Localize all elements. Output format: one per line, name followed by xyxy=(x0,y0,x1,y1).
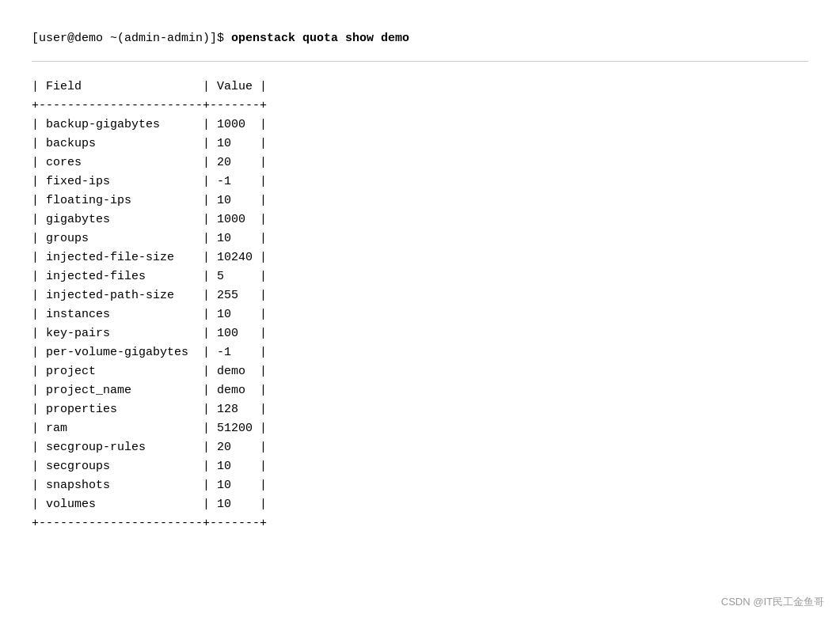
terminal-prompt: [user@demo ~(admin-admin)]$ xyxy=(32,32,224,45)
terminal-container: [user@demo ~(admin-admin)]$ openstack qu… xyxy=(32,16,808,549)
watermark: CSDN @IT民工金鱼哥 xyxy=(721,595,824,609)
table-output: | Field | Value | +---------------------… xyxy=(32,78,808,533)
command-line: [user@demo ~(admin-admin)]$ openstack qu… xyxy=(32,32,808,45)
terminal-command: openstack quota show demo xyxy=(231,32,409,45)
divider xyxy=(32,61,808,62)
